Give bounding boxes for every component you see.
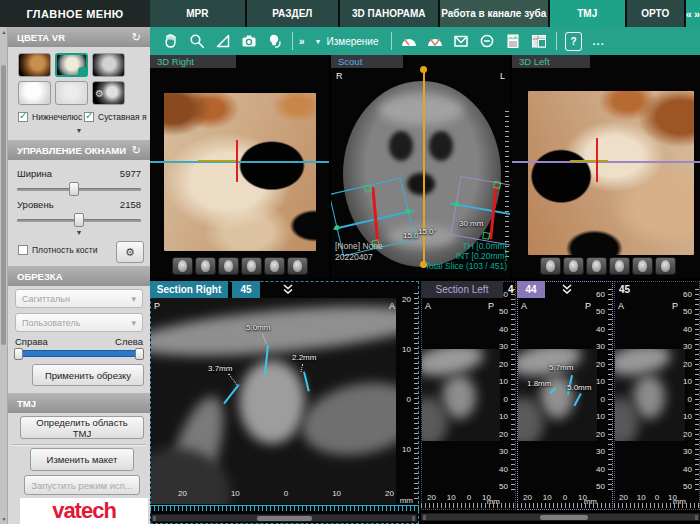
collapse-arrow-icon[interactable]: ▼	[8, 229, 150, 236]
colors-vr-section-header[interactable]: ЦВЕТА VR ↻	[8, 27, 150, 47]
viewport-3d-right[interactable]: 3D Right	[150, 55, 329, 279]
orientation-head-button[interactable]	[264, 257, 285, 275]
vr-preset-thumbnail-soft[interactable]	[18, 81, 51, 105]
fossa-checkbox-row[interactable]: Суставная я	[84, 112, 147, 122]
crop-mode-dropdown[interactable]: Пользователь ▾	[15, 313, 143, 332]
measurement-label[interactable]: 5.7mm	[549, 363, 573, 372]
crop-range-handle-right[interactable]	[14, 348, 23, 360]
roi-handle[interactable]	[334, 225, 340, 231]
mandible-checkbox-row[interactable]: Нижнечелюс	[18, 112, 82, 122]
orientation-head-button[interactable]	[586, 257, 607, 275]
section-left-scrollbar[interactable]	[421, 513, 700, 521]
axis-handle[interactable]	[482, 232, 490, 240]
section-right-slice-number[interactable]: 45	[232, 281, 260, 298]
report-icon[interactable]	[500, 29, 526, 53]
viewport-section-right[interactable]: Section Right 45 P A 5.0mm 2.2mm 3.7mm 2…	[150, 281, 419, 524]
orientation-head-button[interactable]	[609, 257, 630, 275]
capture-camera-icon[interactable]	[236, 29, 262, 53]
tmj-section-header[interactable]: TMJ	[8, 393, 150, 413]
overflow-left-icon[interactable]: «	[686, 8, 692, 20]
vr-preset-thumbnail-gray[interactable]	[92, 53, 125, 77]
zoom-magnifier-icon[interactable]	[184, 29, 210, 53]
orientation-head-button[interactable]	[287, 257, 308, 275]
condyle-axis-line[interactable]	[236, 140, 238, 182]
scroll-down-icon[interactable]: ▼	[0, 516, 8, 522]
section-right-scrollbar[interactable]	[151, 514, 417, 522]
section-left-title[interactable]: Section Left	[421, 281, 503, 298]
help-icon[interactable]: ?	[561, 29, 587, 53]
level-slider[interactable]	[17, 219, 141, 222]
orientation-head-button[interactable]	[632, 257, 653, 275]
collapse-panel-icon[interactable]	[561, 284, 573, 295]
roi-box-left-tmj[interactable]	[450, 176, 510, 246]
viewport-3d-left[interactable]: 3D Left	[512, 55, 700, 279]
collapse-arrow-icon[interactable]: ▼	[8, 127, 150, 134]
measurement-label[interactable]: 2.2mm	[292, 353, 316, 362]
refresh-icon[interactable]: ↻	[132, 31, 141, 44]
crop-range-slider[interactable]	[15, 350, 143, 357]
tmj-protractor-left-icon[interactable]	[396, 29, 422, 53]
tab-tmj[interactable]: TMJ	[550, 0, 625, 27]
width-slider-thumb[interactable]	[69, 182, 79, 196]
3d-right-render[interactable]	[164, 93, 316, 251]
bone-density-settings-button[interactable]: ⚙	[116, 241, 144, 263]
fossa-checkbox[interactable]	[84, 112, 94, 122]
bone-density-row[interactable]: Плотность кости	[18, 245, 97, 255]
scrollbar-thumb[interactable]	[540, 515, 588, 520]
roi-handle[interactable]	[453, 201, 459, 207]
orientation-head-button[interactable]	[563, 257, 584, 275]
mandible-checkbox[interactable]	[18, 112, 28, 122]
orientation-head-button[interactable]	[241, 257, 262, 275]
measurement-label[interactable]: 5.0mm	[567, 383, 591, 392]
pan-hand-icon[interactable]	[158, 29, 184, 53]
orientation-head-button[interactable]	[218, 257, 239, 275]
axis-handle[interactable]	[493, 181, 501, 189]
midsagittal-handle-top[interactable]	[420, 66, 427, 73]
width-slider[interactable]	[17, 188, 141, 191]
orientation-head-button[interactable]	[540, 257, 561, 275]
toolbar-expand-icon[interactable]: »	[299, 36, 305, 47]
level-slider-thumb[interactable]	[74, 213, 84, 227]
vr-preset-thumbnail-bone[interactable]	[18, 53, 51, 77]
tab-overflow-arrows[interactable]: « »	[686, 0, 700, 27]
orientation-head-button[interactable]	[655, 257, 676, 275]
remove-circle-icon[interactable]	[474, 29, 500, 53]
change-layout-button[interactable]: Изменить макет	[30, 448, 134, 471]
tab-razdel[interactable]: РАЗДЕЛ	[247, 0, 339, 27]
sidebar-scrollbar-thumb[interactable]	[1, 65, 6, 345]
sidebar-scrollbar[interactable]: ▲ ▼	[0, 27, 8, 524]
rotate-3d-skull-icon[interactable]	[262, 29, 288, 53]
section-left-a-image[interactable]	[422, 349, 500, 441]
crop-section-header[interactable]: ОБРЕЗКА	[8, 266, 150, 286]
tab-mpr[interactable]: MPR	[150, 0, 245, 27]
crop-range-handle-left[interactable]	[135, 348, 144, 360]
orientation-head-button[interactable]	[195, 257, 216, 275]
section-right-title[interactable]: Section Right	[150, 281, 228, 298]
run-exam-mode-button[interactable]: Запустить режим исп...	[24, 475, 140, 495]
more-icon[interactable]: ...	[593, 35, 605, 47]
bone-density-checkbox[interactable]	[18, 245, 28, 255]
collapse-panel-icon[interactable]	[282, 284, 294, 295]
measurement-label[interactable]: 5.0mm	[246, 323, 270, 332]
measurement-label[interactable]: 3.7mm	[208, 364, 232, 373]
area-measure-icon[interactable]	[448, 29, 474, 53]
crop-plane-dropdown[interactable]: Сагиттальн ▾	[15, 289, 143, 308]
axial-reference-line[interactable]	[150, 161, 329, 163]
refresh-icon[interactable]: ↻	[132, 144, 141, 157]
tab-orto[interactable]: ОРТО	[627, 0, 684, 27]
orientation-head-button[interactable]	[172, 257, 193, 275]
measurement-label[interactable]: 1.8mm	[527, 379, 551, 388]
angle-measure-icon[interactable]	[210, 29, 236, 53]
tmj-protractor-right-icon[interactable]	[422, 29, 448, 53]
selected-slice-number[interactable]: 44	[517, 281, 545, 298]
overflow-right-icon[interactable]: »	[694, 8, 700, 20]
layout-window-icon[interactable]	[526, 29, 552, 53]
vr-preset-thumbnail-faint[interactable]	[55, 81, 88, 105]
slice-position-strip[interactable]	[150, 505, 419, 511]
tab-root-canal[interactable]: Работа в канале зуба	[440, 0, 548, 27]
define-tmj-area-button[interactable]: Определить область TMJ	[20, 416, 144, 439]
vr-preset-thumbnail-custom[interactable]: ⚙	[92, 81, 125, 105]
viewport-section-left-c[interactable]: 45 A P 60504030201001020304050 2010010 m…	[614, 281, 700, 510]
condyle-axis-red-line[interactable]	[371, 187, 379, 245]
apply-crop-button[interactable]: Применить обрезку	[32, 364, 144, 386]
